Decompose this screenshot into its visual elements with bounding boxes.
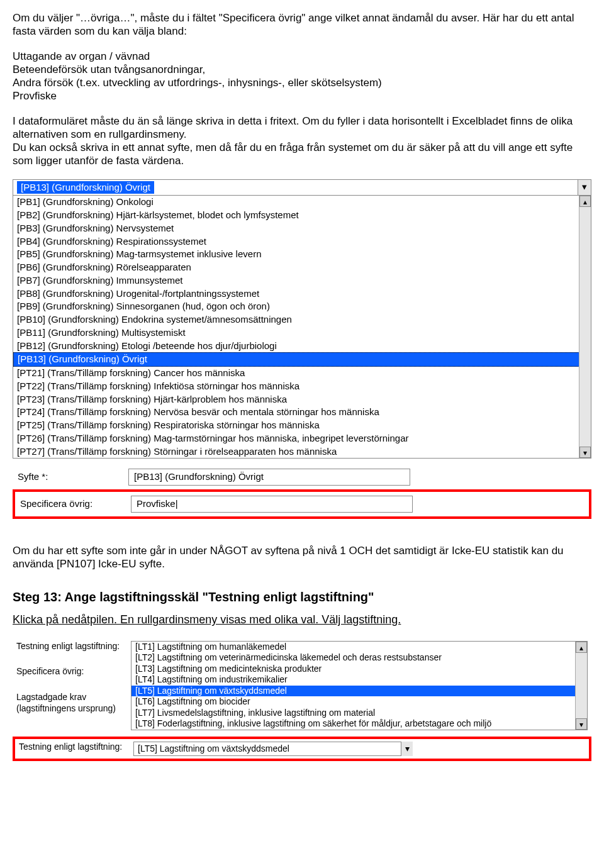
fixed-value-item: Provfiske: [13, 89, 591, 103]
chevron-down-icon[interactable]: ▾: [578, 180, 591, 196]
dropdown-list[interactable]: ▴ ▾ [PB1] (Grundforskning) Onkologi[PB2]…: [13, 196, 591, 458]
dropdown-option[interactable]: [PT22] (Trans/Tillämp forskning) Infekti…: [13, 380, 579, 393]
dropdown-selected[interactable]: [PB13] (Grundforskning) Övrigt ▾: [13, 180, 591, 196]
fixed-value-item: Beteendeförsök utan tvångsanordningar,: [13, 63, 591, 76]
dropdown-option[interactable]: [LT8] Foderlagstiftning, inklusive lagst…: [131, 718, 576, 730]
fixed-values-list: Uttagande av organ / vävnadBeteendeförsö…: [13, 50, 591, 103]
testning-result-label: Testning enligt lagstiftning:: [14, 738, 130, 760]
doc-paragraph: Om du väljer "…övriga…", måste du i fält…: [13, 11, 591, 38]
dropdown-option[interactable]: [PT26] (Trans/Tillämp forskning) Mag-tar…: [13, 432, 579, 445]
dropdown-option[interactable]: [LT6] Lagstiftning om biocider: [131, 696, 576, 708]
dropdown-option[interactable]: [LT3] Lagstiftning om medicintekniska pr…: [131, 664, 576, 675]
step13-instruction: Klicka på nedåtpilen. En rullgardinsmeny…: [13, 613, 591, 627]
syfte-input[interactable]: [PB13] (Grundforskning) Övrigt: [128, 469, 410, 486]
lagstiftning-dropdown[interactable]: ▴ ▾ [LT1] Lagstiftning om humanläkemedel…: [131, 641, 588, 730]
specificera-label: Specificera övrig:: [13, 664, 127, 689]
syfte-row: Syfte *: [PB13] (Grundforskning) Övrigt: [13, 465, 591, 489]
dropdown-option[interactable]: [PB6] (Grundforskning) Rörelseapparaten: [13, 261, 579, 274]
fixed-value-item: Uttagande av organ / vävnad: [13, 50, 591, 63]
step13-heading: Steg 13: Ange lagstiftningsskäl "Testnin…: [13, 589, 591, 605]
doc-paragraph: I dataformuläret måste du än så länge sk…: [13, 114, 591, 168]
scroll-down-icon[interactable]: ▾: [576, 718, 587, 730]
dropdown-option[interactable]: [PT25] (Trans/Tillämp forskning) Respira…: [13, 419, 579, 432]
scrollbar[interactable]: ▴ ▾: [579, 196, 591, 458]
syfte-label: Syfte *:: [13, 465, 123, 489]
dropdown-option[interactable]: [PB8] (Grundforskning) Urogenital-/fortp…: [13, 287, 579, 301]
lagstadgade-label: Lagstadgade krav (lagstiftningens urspru…: [13, 689, 127, 733]
dropdown-option[interactable]: [PB1] (Grundforskning) Onkologi: [13, 196, 579, 209]
dropdown-option[interactable]: [PB13] (Grundforskning) Övrigt: [13, 352, 579, 367]
scroll-down-icon[interactable]: ▾: [579, 447, 591, 458]
dropdown-option[interactable]: [LT2] Lagstiftning om veterinärmedicinsk…: [131, 652, 576, 664]
dropdown-option[interactable]: [PT27] (Trans/Tillämp forskning) Störnin…: [13, 445, 579, 459]
testning-result-input[interactable]: [LT5] Lagstiftning om växtskyddsmedel: [133, 742, 413, 757]
dropdown-option[interactable]: [PB11] (Grundforskning) Multisystemiskt: [13, 326, 579, 340]
dropdown-option[interactable]: [PT21] (Trans/Tillämp forskning) Cancer …: [13, 367, 579, 380]
scroll-up-icon[interactable]: ▴: [576, 642, 587, 653]
fixed-value-item: Andra försök (t.ex. utveckling av utford…: [13, 76, 591, 89]
scroll-up-icon[interactable]: ▴: [579, 196, 591, 207]
dropdown-option[interactable]: [LT4] Lagstiftning om industrikemikalier: [131, 674, 576, 686]
dropdown-selected-text: [PB13] (Grundforskning) Övrigt: [17, 181, 154, 194]
dropdown-option[interactable]: [PB3] (Grundforskning) Nervsystemet: [13, 222, 579, 235]
dropdown-option[interactable]: [PT23] (Trans/Tillämp forskning) Hjärt-k…: [13, 393, 579, 406]
dropdown-option[interactable]: [PB12] (Grundforskning) Etologi /beteend…: [13, 340, 579, 353]
testning-label: Testning enligt lagstiftning:: [13, 638, 127, 664]
specificera-row: Specificera övrig: Provfiske|: [14, 491, 590, 518]
specificera-label: Specificera övrig:: [14, 491, 126, 518]
dropdown-option[interactable]: [PB9] (Grundforskning) Sinnesorganen (hu…: [13, 300, 579, 313]
dropdown-option[interactable]: [PB7] (Grundforskning) Immunsystemet: [13, 274, 579, 287]
specificera-input[interactable]: Provfiske|: [131, 496, 413, 513]
chevron-down-icon[interactable]: ▾: [401, 742, 413, 757]
syfte-dropdown[interactable]: [PB13] (Grundforskning) Övrigt ▾ ▴ ▾ [PB…: [13, 179, 591, 459]
dropdown-option[interactable]: [PT24] (Trans/Tillämp forskning) Nervösa…: [13, 406, 579, 419]
dropdown-option[interactable]: [LT5] Lagstiftning om växtskyddsmedel: [131, 686, 576, 697]
dropdown-option[interactable]: [PB4] (Grundforskning) Respirationssyste…: [13, 235, 579, 248]
scrollbar[interactable]: ▴ ▾: [575, 642, 587, 730]
doc-paragraph: Om du har ett syfte som inte går in unde…: [13, 544, 591, 571]
dropdown-option[interactable]: [LT7] Livsmedelslagstiftning, inklusive …: [131, 708, 576, 719]
dropdown-option[interactable]: [LT1] Lagstiftning om humanläkemedel: [131, 642, 576, 653]
dropdown-option[interactable]: [PB10] (Grundforskning) Endokrina system…: [13, 313, 579, 326]
dropdown-option[interactable]: [PB5] (Grundforskning) Mag-tarmsystemet …: [13, 248, 579, 261]
dropdown-option[interactable]: [PB2] (Grundforskning) Hjärt-kärlsysteme…: [13, 209, 579, 222]
